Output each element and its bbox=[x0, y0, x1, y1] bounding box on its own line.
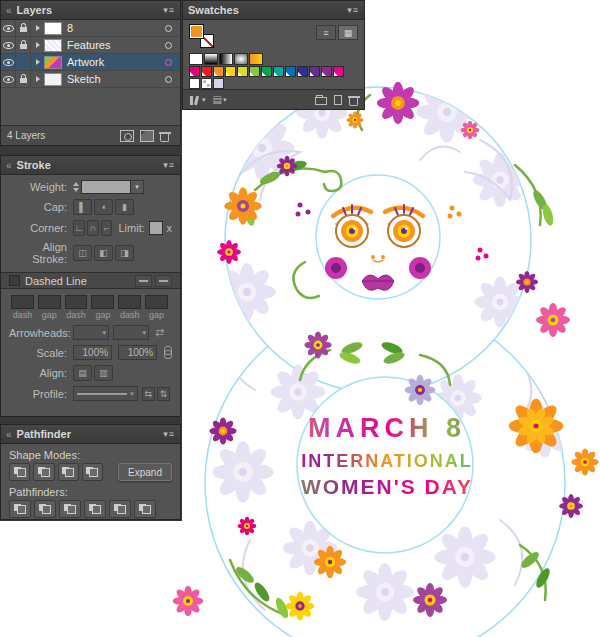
cap-projecting-button[interactable]: ▮ bbox=[115, 199, 134, 215]
swatch[interactable] bbox=[213, 78, 224, 89]
new-swatch-button[interactable] bbox=[334, 95, 342, 105]
grid-view-button[interactable]: ▦ bbox=[338, 25, 358, 40]
swatch[interactable] bbox=[189, 66, 200, 77]
swatch[interactable] bbox=[201, 66, 212, 77]
align-stroke-outside-button[interactable]: ◨ bbox=[115, 245, 134, 261]
layer-row-sketch[interactable]: Sketch bbox=[1, 71, 180, 88]
gap-field-3[interactable] bbox=[145, 295, 168, 309]
layer-name[interactable]: Sketch bbox=[67, 73, 165, 85]
gap-field-2[interactable] bbox=[91, 295, 114, 309]
swatch[interactable] bbox=[219, 53, 233, 65]
new-swatch-group-button[interactable] bbox=[315, 94, 327, 105]
intersect-button[interactable] bbox=[58, 463, 79, 481]
link-scales-icon[interactable] bbox=[163, 346, 172, 359]
swatch[interactable] bbox=[249, 66, 260, 77]
pathfinder-panel-header[interactable]: « Pathfinder ▾≡ bbox=[1, 425, 180, 444]
layer-name[interactable]: Artwork bbox=[67, 56, 165, 68]
trim-button[interactable] bbox=[34, 500, 56, 518]
make-clipping-mask-button[interactable] bbox=[120, 130, 134, 142]
outline-button[interactable] bbox=[109, 500, 131, 518]
collapse-panel-icon[interactable]: « bbox=[6, 160, 12, 171]
target-circle[interactable] bbox=[165, 42, 172, 49]
panel-menu-icon[interactable]: ▾≡ bbox=[347, 5, 359, 15]
crop-button[interactable] bbox=[84, 500, 106, 518]
arrowhead-align-tip-button[interactable]: ▤ bbox=[73, 365, 92, 381]
lock-toggle[interactable] bbox=[16, 37, 31, 54]
cap-round-button[interactable]: ◖ bbox=[94, 199, 113, 215]
swatch[interactable] bbox=[333, 66, 344, 77]
arrowhead-start-dropdown[interactable]: ▾ bbox=[73, 325, 109, 340]
expand-button[interactable]: Expand bbox=[118, 463, 172, 481]
panel-menu-icon[interactable]: ▾≡ bbox=[163, 429, 175, 439]
swatch[interactable] bbox=[189, 78, 200, 89]
dashed-line-checkbox[interactable] bbox=[9, 275, 20, 286]
dash-field-2[interactable] bbox=[65, 295, 88, 309]
lock-toggle[interactable] bbox=[16, 71, 31, 88]
weight-input[interactable] bbox=[81, 180, 131, 194]
lock-toggle[interactable] bbox=[16, 54, 31, 71]
dash-field-3[interactable] bbox=[118, 295, 141, 309]
lock-toggle[interactable] bbox=[16, 20, 31, 37]
layer-row-8[interactable]: 8 bbox=[1, 20, 180, 37]
delete-layer-button[interactable] bbox=[160, 132, 169, 142]
swatch[interactable] bbox=[189, 53, 203, 65]
swatches-panel-header[interactable]: Swatches ▾≡ bbox=[183, 1, 364, 20]
arrowhead-end-dropdown[interactable]: ▾ bbox=[113, 325, 149, 340]
swatch[interactable] bbox=[309, 66, 320, 77]
collapse-panel-icon[interactable]: « bbox=[6, 429, 12, 440]
limit-input[interactable] bbox=[149, 221, 164, 235]
swatch-kinds-icon[interactable]: ▤▾ bbox=[213, 94, 227, 105]
swatch[interactable] bbox=[204, 53, 218, 65]
visibility-toggle[interactable] bbox=[1, 20, 16, 37]
layer-row-features[interactable]: Features bbox=[1, 37, 180, 54]
unite-button[interactable] bbox=[9, 463, 30, 481]
arrowhead-scale-end-input[interactable]: 100% bbox=[118, 345, 157, 360]
expand-arrow-icon[interactable] bbox=[36, 25, 40, 31]
collapse-panel-icon[interactable]: « bbox=[6, 5, 12, 16]
align-stroke-inside-button[interactable]: ◧ bbox=[94, 245, 113, 261]
swatch[interactable] bbox=[261, 66, 272, 77]
align-dash-button[interactable] bbox=[155, 275, 172, 287]
target-circle[interactable] bbox=[165, 76, 172, 83]
preserve-dash-button[interactable] bbox=[135, 275, 152, 287]
minus-front-button[interactable] bbox=[33, 463, 54, 481]
expand-arrow-icon[interactable] bbox=[36, 59, 40, 65]
swatch[interactable] bbox=[237, 66, 248, 77]
expand-arrow-icon[interactable] bbox=[36, 76, 40, 82]
flip-across-button[interactable]: ⇅ bbox=[157, 387, 170, 401]
layer-name[interactable]: 8 bbox=[67, 22, 165, 34]
merge-button[interactable] bbox=[59, 500, 81, 518]
cap-butt-button[interactable]: ▌ bbox=[73, 199, 92, 215]
swatch[interactable] bbox=[273, 66, 284, 77]
swatch-libraries-icon[interactable]: ▾ bbox=[189, 95, 206, 105]
join-miter-button[interactable]: ∟ bbox=[73, 220, 85, 236]
layers-panel-header[interactable]: « Layers ▾≡ bbox=[1, 1, 180, 20]
new-layer-button[interactable] bbox=[140, 130, 154, 142]
target-circle[interactable] bbox=[165, 25, 172, 32]
arrowhead-align-end-button[interactable]: ▥ bbox=[94, 365, 113, 381]
list-view-button[interactable]: ≡ bbox=[316, 25, 336, 40]
exclude-button[interactable] bbox=[82, 463, 103, 481]
visibility-toggle[interactable] bbox=[1, 37, 16, 54]
width-profile-dropdown[interactable]: ▾ bbox=[73, 386, 138, 401]
swatch[interactable] bbox=[234, 53, 248, 65]
arrowhead-scale-start-input[interactable]: 100% bbox=[73, 345, 112, 360]
panel-menu-icon[interactable]: ▾≡ bbox=[163, 160, 175, 170]
visibility-toggle[interactable] bbox=[1, 54, 16, 71]
divide-button[interactable] bbox=[9, 500, 31, 518]
swap-arrowheads-icon[interactable]: ⇄ bbox=[155, 326, 164, 339]
fill-color-swatch[interactable] bbox=[189, 24, 204, 39]
layer-name[interactable]: Features bbox=[67, 39, 165, 51]
join-bevel-button[interactable]: ⌐ bbox=[101, 220, 113, 236]
stroke-panel-header[interactable]: « Stroke ▾≡ bbox=[1, 156, 180, 175]
join-round-button[interactable]: ∩ bbox=[87, 220, 99, 236]
delete-swatch-button[interactable] bbox=[349, 96, 358, 106]
visibility-toggle[interactable] bbox=[1, 71, 16, 88]
panel-menu-icon[interactable]: ▾≡ bbox=[163, 5, 175, 15]
fill-stroke-indicator[interactable] bbox=[189, 24, 221, 52]
swatch[interactable] bbox=[285, 66, 296, 77]
minus-back-button[interactable] bbox=[134, 500, 156, 518]
dash-field-1[interactable] bbox=[11, 295, 34, 309]
swatch[interactable] bbox=[321, 66, 332, 77]
swatch[interactable] bbox=[297, 66, 308, 77]
